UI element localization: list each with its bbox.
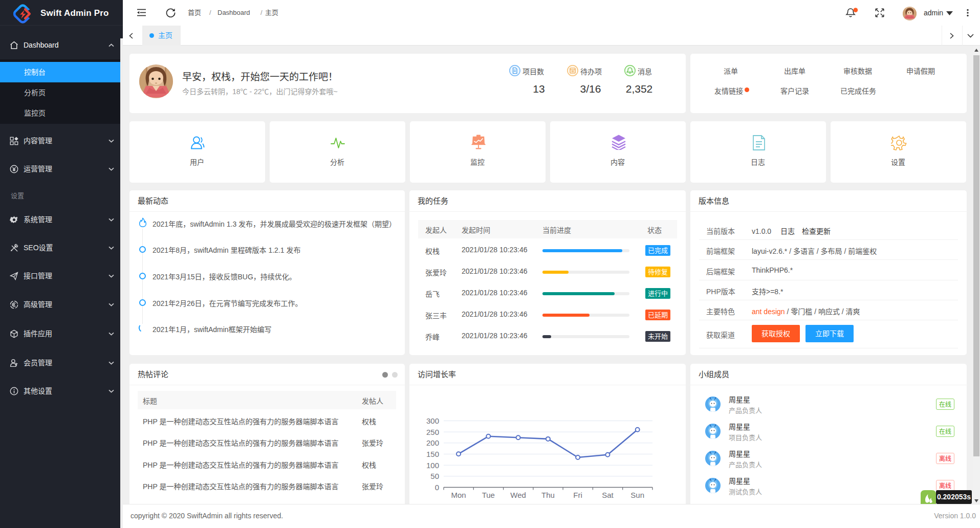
svg-text:Thu: Thu <box>541 491 555 499</box>
svg-text:200: 200 <box>426 438 439 447</box>
svg-text:Sun: Sun <box>630 491 644 499</box>
svg-text:100: 100 <box>426 461 439 470</box>
svg-text:150: 150 <box>426 450 439 458</box>
svg-text:250: 250 <box>426 428 439 436</box>
svg-text:300: 300 <box>426 416 439 425</box>
svg-text:50: 50 <box>430 472 439 480</box>
svg-text:Sat: Sat <box>602 491 614 499</box>
svg-text:Mon: Mon <box>451 491 466 499</box>
svg-text:0: 0 <box>435 483 439 492</box>
svg-text:Tue: Tue <box>482 491 495 499</box>
svg-text:Fri: Fri <box>573 491 582 499</box>
svg-text:Wed: Wed <box>510 491 526 499</box>
